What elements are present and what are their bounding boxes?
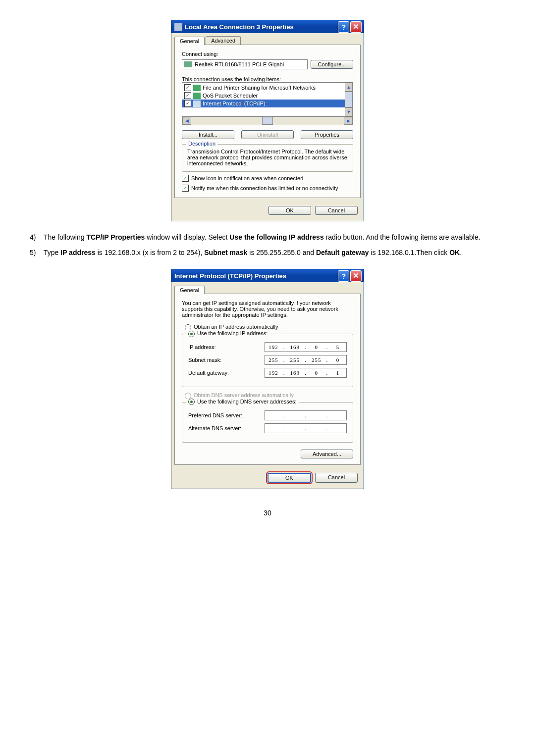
ip-address-input[interactable]: 192.168.0.5 xyxy=(265,342,347,352)
scroll-down-icon[interactable]: ▼ xyxy=(345,107,353,116)
list-item[interactable]: ✓ QoS Packet Scheduler xyxy=(182,92,353,100)
preferred-dns-label: Preferred DNS server: xyxy=(188,412,265,418)
tab-strip: General Advanced xyxy=(174,36,361,45)
step-number: 4) xyxy=(30,231,44,244)
default-gateway-input[interactable]: 192.168.0.1 xyxy=(265,368,347,378)
use-following-ip-radio[interactable]: Use the following IP address: xyxy=(186,330,269,337)
scroll-left-icon[interactable]: ◀ xyxy=(182,117,191,125)
cancel-button[interactable]: Cancel xyxy=(315,473,358,483)
checkbox-icon[interactable]: ✓ xyxy=(184,84,191,91)
connection-items-list[interactable]: ✓ File and Printer Sharing for Microsoft… xyxy=(182,82,353,117)
step-text: The following TCP/IP Properties window w… xyxy=(44,231,505,244)
tab-general[interactable]: General xyxy=(174,286,205,294)
general-panel: You can get IP settings assigned automat… xyxy=(174,294,361,464)
cancel-button[interactable]: Cancel xyxy=(315,206,358,215)
configure-button[interactable]: Configure... xyxy=(311,60,353,69)
list-item[interactable]: ✓ Internet Protocol (TCP/IP) xyxy=(182,100,353,107)
connect-using-label: Connect using: xyxy=(182,51,353,57)
radio-icon xyxy=(188,331,195,337)
nic-icon xyxy=(184,61,192,67)
help-button[interactable]: ? xyxy=(338,270,349,282)
step-text: Type IP address is 192.168.0.x (x is fro… xyxy=(44,247,505,259)
dialog-footer: OK Cancel xyxy=(171,201,364,221)
checkbox-icon[interactable]: ✓ xyxy=(184,100,191,107)
window-title: Internet Protocol (TCP/IP) Properties xyxy=(174,272,337,280)
radio-label: Use the following IP address: xyxy=(197,330,268,336)
tab-strip: General xyxy=(174,285,361,294)
instructions-text: 4) The following TCP/IP Properties windo… xyxy=(30,231,505,259)
default-gateway-label: Default gateway: xyxy=(188,370,265,376)
close-button[interactable]: ✕ xyxy=(350,270,362,282)
ip-fieldset: Use the following IP address: IP address… xyxy=(182,334,353,387)
list-item[interactable]: ✓ File and Printer Sharing for Microsoft… xyxy=(182,84,353,92)
local-area-connection-properties-dialog: Local Area Connection 3 Properties ? ✕ G… xyxy=(171,20,364,221)
checkbox-icon: ✓ xyxy=(182,175,189,182)
dns-fieldset: Use the following DNS server addresses: … xyxy=(182,402,353,443)
close-button[interactable]: ✕ xyxy=(350,21,362,33)
obtain-ip-auto-radio[interactable]: Obtain an IP address automatically xyxy=(185,324,353,331)
vertical-scrollbar[interactable]: ▲ ▼ xyxy=(345,83,353,116)
description-title: Description xyxy=(186,141,217,147)
advanced-button[interactable]: Advanced... xyxy=(301,450,353,458)
alternate-dns-input[interactable]: ... xyxy=(265,423,347,433)
install-button[interactable]: Install... xyxy=(182,130,234,139)
intro-text: You can get IP settings assigned automat… xyxy=(182,300,353,318)
scroll-thumb[interactable] xyxy=(262,117,273,125)
adapter-name: Realtek RTL8168/8111 PCI-E Gigabi xyxy=(195,61,284,67)
service-icon xyxy=(193,85,201,91)
protocol-icon xyxy=(193,101,201,107)
show-icon-checkbox[interactable]: ✓ Show icon in notification area when co… xyxy=(182,175,353,182)
radio-label: Obtain an IP address automatically xyxy=(194,324,278,330)
use-following-dns-radio[interactable]: Use the following DNS server addresses: xyxy=(186,399,299,405)
preferred-dns-input[interactable]: ... xyxy=(265,410,347,420)
list-item-label: Internet Protocol (TCP/IP) xyxy=(203,101,266,106)
dialog-footer: OK Cancel xyxy=(171,468,364,489)
ok-button[interactable]: OK xyxy=(268,473,311,483)
titlebar[interactable]: Internet Protocol (TCP/IP) Properties ? … xyxy=(171,269,364,282)
ip-address-label: IP address: xyxy=(188,344,265,350)
window-title: Local Area Connection 3 Properties xyxy=(185,23,337,31)
items-label: This connection uses the following items… xyxy=(182,76,353,82)
checkbox-icon[interactable]: ✓ xyxy=(184,92,191,99)
checkbox-label: Notify me when this connection has limit… xyxy=(191,185,338,191)
help-button[interactable]: ? xyxy=(338,21,349,33)
subnet-mask-input[interactable]: 255.255.255.0 xyxy=(265,355,347,365)
uninstall-button[interactable]: Uninstall xyxy=(241,130,294,139)
tab-advanced[interactable]: Advanced xyxy=(206,36,241,45)
page-number: 30 xyxy=(30,509,505,517)
tab-general[interactable]: General xyxy=(174,37,205,45)
checkbox-icon: ✓ xyxy=(182,185,189,192)
general-panel: Connect using: Realtek RTL8168/8111 PCI-… xyxy=(174,45,361,198)
obtain-dns-auto-radio: Obtain DNS server address automatically xyxy=(185,392,353,399)
horizontal-scrollbar[interactable]: ◀ ▶ xyxy=(182,117,353,125)
list-item-label: File and Printer Sharing for Microsoft N… xyxy=(203,85,316,91)
radio-icon xyxy=(188,399,195,405)
titlebar[interactable]: Local Area Connection 3 Properties ? ✕ xyxy=(171,20,364,33)
radio-label: Use the following DNS server addresses: xyxy=(197,399,297,404)
alternate-dns-label: Alternate DNS server: xyxy=(188,425,265,431)
ok-button[interactable]: OK xyxy=(268,206,311,215)
checkbox-label: Show icon in notification area when conn… xyxy=(191,175,303,181)
scroll-right-icon[interactable]: ▶ xyxy=(344,117,353,125)
adapter-field: Realtek RTL8168/8111 PCI-E Gigabi xyxy=(182,59,308,69)
scroll-thumb[interactable] xyxy=(345,92,353,107)
description-text: Transmission Control Protocol/Internet P… xyxy=(187,149,348,166)
scroll-up-icon[interactable]: ▲ xyxy=(345,83,353,92)
step-number: 5) xyxy=(30,247,44,259)
tcpip-properties-dialog: Internet Protocol (TCP/IP) Properties ? … xyxy=(171,269,364,489)
subnet-mask-label: Subnet mask: xyxy=(188,357,265,363)
description-group: Description Transmission Control Protoco… xyxy=(182,144,353,172)
notify-limited-checkbox[interactable]: ✓ Notify me when this connection has lim… xyxy=(182,185,353,192)
radio-label: Obtain DNS server address automatically xyxy=(194,392,294,398)
service-icon xyxy=(193,93,201,99)
list-item-label: QoS Packet Scheduler xyxy=(203,93,258,99)
network-icon xyxy=(174,23,182,31)
properties-button[interactable]: Properties xyxy=(301,130,353,139)
